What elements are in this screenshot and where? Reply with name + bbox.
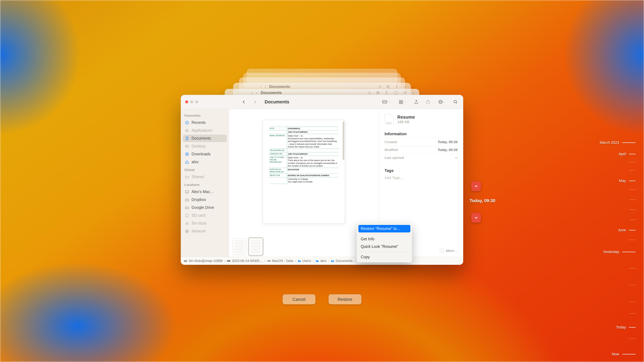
sidebar-item-downloads[interactable]: Downloads xyxy=(183,150,227,158)
folder-icon xyxy=(185,198,189,202)
timeline-tick[interactable]: March 2023 xyxy=(600,140,636,145)
more-link[interactable]: More… xyxy=(446,249,458,253)
preview-scrollbar[interactable] xyxy=(343,121,344,160)
timeline-tick[interactable] xyxy=(629,285,636,285)
timeline-label: March 2023 xyxy=(600,140,619,145)
timeline-tick[interactable] xyxy=(629,210,636,210)
computer-icon xyxy=(185,190,189,194)
action-menu-button[interactable]: ⌄ xyxy=(436,98,448,105)
sidebar-item-shared[interactable]: Shared xyxy=(183,173,227,181)
more-actions-icon[interactable]: ⋯ xyxy=(440,248,444,253)
path-bar[interactable]: Sin título@snap-10888› 2023-06-14-09300…… xyxy=(181,257,463,265)
restore-button[interactable]: Restore xyxy=(328,294,362,304)
timeline-tick[interactable] xyxy=(629,170,636,171)
thumbnail-selected[interactable] xyxy=(250,239,262,255)
back-button[interactable] xyxy=(240,98,248,105)
finder-window: Documents ⌃⌄ ⌄ ⌄ Favourites Recents Appl… xyxy=(181,95,463,265)
timeline-tick[interactable] xyxy=(629,339,636,339)
sidebar-item-label: Desktop xyxy=(192,144,206,148)
tags-button[interactable] xyxy=(424,98,432,105)
timeline-mark xyxy=(629,210,636,210)
timeline-tick[interactable] xyxy=(629,162,636,162)
folder-icon xyxy=(185,205,189,210)
timeline-mark xyxy=(629,181,636,181)
svg-rect-4 xyxy=(399,102,401,104)
sidebar-item-desktop[interactable]: Desktop xyxy=(183,142,227,150)
sidebar-item-recents[interactable]: Recents xyxy=(183,119,227,126)
sidebar-item-label: Recents xyxy=(192,120,206,125)
file-preview[interactable]: ALEXEXPERIENCEJOB TITLE/COMPANYEMAIL ADD… xyxy=(263,120,345,224)
timeline-label: Today xyxy=(616,325,626,330)
sidebar-item-network[interactable]: Network xyxy=(183,227,227,235)
cancel-button[interactable]: Cancel xyxy=(282,294,316,304)
path-segment[interactable]: alex xyxy=(320,259,326,263)
path-segment[interactable]: Documents xyxy=(336,259,352,263)
timeline-mark xyxy=(629,199,636,200)
sidebar-item-label: Sin título xyxy=(192,221,206,226)
maximize-button[interactable] xyxy=(195,100,198,103)
sidebar-item-label: Google Drive xyxy=(192,205,214,210)
timeline-mark xyxy=(629,230,636,230)
close-button[interactable] xyxy=(185,100,188,103)
sidebar-item-home[interactable]: alex xyxy=(183,158,227,166)
timeline-tick[interactable]: June xyxy=(618,228,636,232)
timeline-tick[interactable]: Yesterday xyxy=(603,250,636,254)
timeline-tick[interactable]: May xyxy=(619,179,636,183)
previous-snapshot-button[interactable] xyxy=(471,181,481,191)
timeline-tick[interactable]: April xyxy=(618,152,636,156)
timeline-tick[interactable]: Now xyxy=(612,352,636,356)
add-tags-field[interactable]: Add Tags… xyxy=(384,176,458,180)
minimize-button[interactable] xyxy=(190,100,193,103)
path-segment[interactable]: Users xyxy=(302,259,311,263)
clock-icon xyxy=(185,120,189,125)
menu-item-restore-to[interactable]: Restore "Resume" to… xyxy=(358,225,410,232)
timeline-tick[interactable] xyxy=(629,240,636,240)
timeline-mark xyxy=(629,154,636,154)
context-menu: Restore "Resume" to… Get Info Quick Look… xyxy=(357,223,412,263)
timeline-tick[interactable] xyxy=(629,199,636,200)
path-segment[interactable]: Sin título@snap-10888 xyxy=(188,259,223,263)
sidebar-item-sdcard[interactable]: SD card xyxy=(183,212,227,219)
view-mode-button[interactable]: ⌃⌄ xyxy=(381,98,392,105)
timeline-mark xyxy=(629,189,636,190)
svg-rect-2 xyxy=(399,100,401,102)
thumbnail-strip xyxy=(229,237,379,257)
timeline-tick[interactable] xyxy=(629,268,636,269)
label-lastopened: Last opened xyxy=(384,156,404,160)
menu-item-get-info[interactable]: Get Info xyxy=(358,235,410,243)
timeline-tick[interactable] xyxy=(629,302,636,302)
menu-item-quick-look[interactable]: Quick Look "Resume" xyxy=(358,243,410,250)
sidebar-item-googledrive[interactable]: Google Drive xyxy=(183,204,227,211)
timeline-tick[interactable] xyxy=(629,189,636,190)
downloads-icon xyxy=(185,152,189,156)
window-title: Documents xyxy=(265,99,289,105)
sidebar-item-label: SD card xyxy=(192,213,206,218)
sidebar-item-dropbox[interactable]: Dropbox xyxy=(183,196,227,203)
sidebar-item-applications[interactable]: Applications xyxy=(183,127,227,134)
path-segment[interactable]: MacOS - Data xyxy=(272,259,293,263)
svg-rect-20 xyxy=(186,214,188,217)
sidebar-item-documents[interactable]: Documents xyxy=(183,135,227,142)
timeline-mark xyxy=(629,285,636,285)
group-by-button[interactable]: ⌄ xyxy=(397,98,408,105)
applications-icon xyxy=(185,128,189,133)
next-snapshot-button[interactable] xyxy=(471,213,481,223)
sidebar-item-label: Dropbox xyxy=(192,197,206,202)
path-segment[interactable]: 2023-06-14-09300… xyxy=(232,259,263,263)
sidebar-item-label: alex xyxy=(192,160,198,164)
search-button[interactable] xyxy=(452,98,459,105)
sidebar-item-computer[interactable]: Alex's Mac… xyxy=(183,188,227,196)
sidebar-item-volume[interactable]: Sin título xyxy=(183,220,227,227)
timeline-tick[interactable] xyxy=(629,313,636,314)
file-size: 168 KB xyxy=(397,120,415,124)
timeline-label: June xyxy=(618,228,626,232)
share-button[interactable] xyxy=(412,98,420,105)
timeline-tick[interactable] xyxy=(629,220,636,220)
menu-item-copy[interactable]: Copy xyxy=(358,253,410,261)
thumbnail[interactable] xyxy=(233,239,246,255)
timeline-tick[interactable]: Today xyxy=(616,325,636,330)
eject-icon xyxy=(185,221,189,226)
folder-icon xyxy=(185,175,189,179)
time-machine-actions: Cancel Restore xyxy=(282,294,362,304)
forward-button[interactable] xyxy=(251,98,258,105)
